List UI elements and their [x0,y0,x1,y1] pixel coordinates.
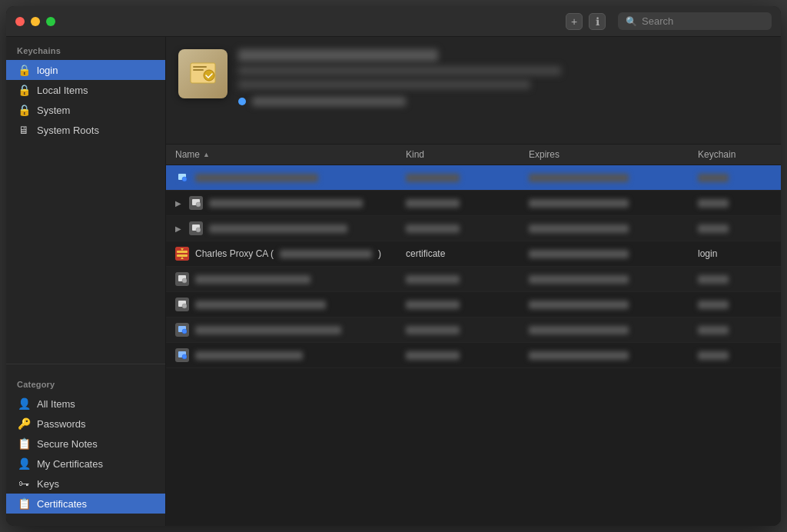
sidebar-item-label: Keys [37,478,59,490]
cell-keychain [689,267,781,291]
row-cert-icon [189,221,203,235]
key-icon: 🔑 [17,417,31,430]
expand-icon: ▶ [175,224,181,233]
charles-kind-value: certificate [406,248,445,259]
sidebar-item-passwords[interactable]: 🔑 Passwords [6,414,165,434]
cell-name-value [195,174,318,182]
svg-point-7 [196,202,201,207]
sidebar-item-label: login [37,65,58,76]
close-button[interactable] [15,17,25,26]
charles-name-text: Charles Proxy CA ( [195,248,274,259]
cert-detail-2 [238,80,530,89]
sidebar-item-local-items[interactable]: 🔒 Local Items [6,80,165,100]
table-row[interactable] [166,292,781,318]
cell-expires [520,165,689,190]
table-row[interactable] [166,267,781,292]
col-header-keychain[interactable]: Keychain [689,145,781,165]
sidebar-item-certificates[interactable]: 📋 Certificates [6,494,165,514]
keychains-header: Keychains [6,37,165,60]
col-header-kind[interactable]: Kind [397,145,520,165]
cell-expires [520,267,689,291]
cell-kind [397,318,520,342]
sidebar-item-login[interactable]: 🔒 login [6,60,165,80]
search-icon: 🔍 [626,16,637,27]
col-header-keychain-label: Keychain [698,149,736,160]
cell-expires [520,292,689,317]
cert-status-row [238,97,769,106]
cell-expires-value [529,301,629,309]
cell-name-value [195,326,341,334]
sidebar-item-system[interactable]: 🔒 System [6,100,165,120]
cert-icon-small [191,198,201,208]
sidebar-item-all-items[interactable]: 👤 All Items [6,394,165,414]
sidebar: Keychains 🔒 login 🔒 Local Items 🔒 System… [6,37,166,526]
maximize-button[interactable] [46,17,55,26]
col-header-expires[interactable]: Expires [520,145,689,165]
cell-kind-value [406,224,460,233]
cert-icon-small [178,274,187,284]
table-row-charles[interactable]: Charles Proxy CA ( ) certificate login [166,241,781,267]
sidebar-item-keys[interactable]: 🗝 Keys [6,474,165,494]
table-row[interactable]: ▶ [166,216,781,241]
row-cert-icon [175,298,189,311]
cell-name-value [209,199,363,208]
cell-expires-value [529,326,629,334]
search-bar[interactable]: 🔍 [618,12,772,30]
table-row[interactable] [166,318,781,343]
cell-name [166,343,397,367]
lock-icon: 🔒 [17,64,31,76]
charles-name-blur [280,250,372,258]
cell-kind-value [406,275,460,284]
sidebar-item-system-roots[interactable]: 🖥 System Roots [6,120,165,140]
add-button[interactable]: + [566,13,583,30]
cell-keychain [689,165,781,190]
cell-kind-value [406,326,460,334]
cell-expires [520,216,689,241]
cell-keychain-value [698,224,729,233]
cert-person-icon: 👤 [17,457,31,470]
cell-kind: certificate [397,241,520,266]
cell-kind [397,292,520,317]
cell-expires [520,241,689,266]
cell-name [166,165,397,190]
charles-proxy-icon [175,247,189,261]
cell-keychain-value [698,174,729,182]
cell-name [166,292,397,317]
table-row[interactable] [166,165,781,191]
svg-rect-11 [177,251,188,253]
cell-keychain-value [698,199,729,208]
cell-keychain [689,318,781,342]
cell-keychain [689,292,781,317]
svg-point-22 [182,354,187,359]
col-header-name[interactable]: Name ▲ [166,145,397,165]
sidebar-item-my-certificates[interactable]: 👤 My Certificates [6,454,165,474]
charles-name-close-paren: ) [378,248,381,259]
cell-expires-value [529,224,629,233]
cell-name-value [195,275,310,284]
search-input[interactable] [642,15,749,27]
row-cert-icon [189,196,203,210]
table-row[interactable]: ▶ [166,191,781,216]
sidebar-item-label: System Roots [37,125,99,136]
cert-status-text [252,97,406,106]
cert-preview [166,37,781,145]
main-layout: Keychains 🔒 login 🔒 Local Items 🔒 System… [6,37,781,526]
main-window: + ℹ 🔍 Keychains 🔒 login 🔒 Local Items [6,6,781,526]
svg-point-18 [182,304,187,308]
cell-expires [520,343,689,367]
old-key-icon: 🗝 [17,477,31,490]
list-icon: 📋 [17,497,31,510]
info-button[interactable]: ℹ [589,13,606,30]
svg-point-5 [182,177,187,181]
cell-kind [397,343,520,367]
category-header: Category [6,371,165,394]
cert-details [238,49,769,106]
sidebar-divider [6,364,165,364]
sidebar-item-label: All Items [37,398,75,410]
minimize-button[interactable] [31,17,40,26]
table-row[interactable] [166,343,781,368]
person-icon: 👤 [17,397,31,410]
sidebar-item-secure-notes[interactable]: 📋 Secure Notes [6,434,165,454]
cert-detail-1 [238,66,561,75]
cell-kind [397,267,520,291]
